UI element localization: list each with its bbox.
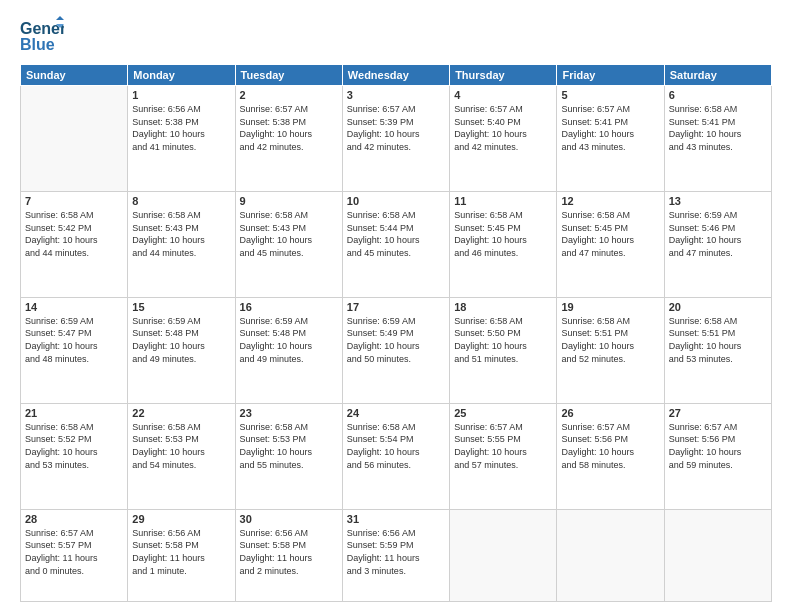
- day-number: 4: [454, 89, 552, 101]
- calendar-cell: 12Sunrise: 6:58 AMSunset: 5:45 PMDayligh…: [557, 191, 664, 297]
- calendar-table: SundayMondayTuesdayWednesdayThursdayFrid…: [20, 64, 772, 602]
- calendar-cell: 17Sunrise: 6:59 AMSunset: 5:49 PMDayligh…: [342, 297, 449, 403]
- calendar-cell: [664, 509, 771, 601]
- calendar-cell: 4Sunrise: 6:57 AMSunset: 5:40 PMDaylight…: [450, 86, 557, 192]
- day-info: Sunrise: 6:59 AMSunset: 5:47 PMDaylight:…: [25, 315, 123, 365]
- day-info: Sunrise: 6:57 AMSunset: 5:41 PMDaylight:…: [561, 103, 659, 153]
- day-number: 23: [240, 407, 338, 419]
- header: General Blue: [20, 16, 772, 54]
- day-number: 30: [240, 513, 338, 525]
- calendar-cell: 27Sunrise: 6:57 AMSunset: 5:56 PMDayligh…: [664, 403, 771, 509]
- day-number: 31: [347, 513, 445, 525]
- col-header-sunday: Sunday: [21, 65, 128, 86]
- day-info: Sunrise: 6:58 AMSunset: 5:43 PMDaylight:…: [132, 209, 230, 259]
- calendar-cell: 29Sunrise: 6:56 AMSunset: 5:58 PMDayligh…: [128, 509, 235, 601]
- col-header-monday: Monday: [128, 65, 235, 86]
- week-row-2: 7Sunrise: 6:58 AMSunset: 5:42 PMDaylight…: [21, 191, 772, 297]
- day-info: Sunrise: 6:58 AMSunset: 5:41 PMDaylight:…: [669, 103, 767, 153]
- col-header-saturday: Saturday: [664, 65, 771, 86]
- calendar-cell: [450, 509, 557, 601]
- day-number: 11: [454, 195, 552, 207]
- calendar-cell: 21Sunrise: 6:58 AMSunset: 5:52 PMDayligh…: [21, 403, 128, 509]
- calendar-cell: 10Sunrise: 6:58 AMSunset: 5:44 PMDayligh…: [342, 191, 449, 297]
- week-row-1: 1Sunrise: 6:56 AMSunset: 5:38 PMDaylight…: [21, 86, 772, 192]
- day-info: Sunrise: 6:57 AMSunset: 5:55 PMDaylight:…: [454, 421, 552, 471]
- svg-text:General: General: [20, 20, 64, 37]
- day-info: Sunrise: 6:58 AMSunset: 5:52 PMDaylight:…: [25, 421, 123, 471]
- calendar-cell: 13Sunrise: 6:59 AMSunset: 5:46 PMDayligh…: [664, 191, 771, 297]
- day-info: Sunrise: 6:59 AMSunset: 5:48 PMDaylight:…: [240, 315, 338, 365]
- day-number: 12: [561, 195, 659, 207]
- calendar-cell: 24Sunrise: 6:58 AMSunset: 5:54 PMDayligh…: [342, 403, 449, 509]
- day-info: Sunrise: 6:58 AMSunset: 5:43 PMDaylight:…: [240, 209, 338, 259]
- day-info: Sunrise: 6:59 AMSunset: 5:48 PMDaylight:…: [132, 315, 230, 365]
- calendar-cell: [21, 86, 128, 192]
- calendar-cell: 26Sunrise: 6:57 AMSunset: 5:56 PMDayligh…: [557, 403, 664, 509]
- day-number: 22: [132, 407, 230, 419]
- day-number: 24: [347, 407, 445, 419]
- day-number: 7: [25, 195, 123, 207]
- calendar-cell: 11Sunrise: 6:58 AMSunset: 5:45 PMDayligh…: [450, 191, 557, 297]
- day-info: Sunrise: 6:58 AMSunset: 5:51 PMDaylight:…: [669, 315, 767, 365]
- week-row-4: 21Sunrise: 6:58 AMSunset: 5:52 PMDayligh…: [21, 403, 772, 509]
- day-info: Sunrise: 6:59 AMSunset: 5:49 PMDaylight:…: [347, 315, 445, 365]
- day-number: 16: [240, 301, 338, 313]
- calendar-cell: 18Sunrise: 6:58 AMSunset: 5:50 PMDayligh…: [450, 297, 557, 403]
- day-number: 2: [240, 89, 338, 101]
- day-info: Sunrise: 6:58 AMSunset: 5:53 PMDaylight:…: [132, 421, 230, 471]
- day-number: 15: [132, 301, 230, 313]
- day-number: 17: [347, 301, 445, 313]
- calendar-cell: 14Sunrise: 6:59 AMSunset: 5:47 PMDayligh…: [21, 297, 128, 403]
- calendar-cell: 7Sunrise: 6:58 AMSunset: 5:42 PMDaylight…: [21, 191, 128, 297]
- col-header-wednesday: Wednesday: [342, 65, 449, 86]
- day-info: Sunrise: 6:58 AMSunset: 5:45 PMDaylight:…: [561, 209, 659, 259]
- calendar-cell: [557, 509, 664, 601]
- day-number: 3: [347, 89, 445, 101]
- day-info: Sunrise: 6:56 AMSunset: 5:58 PMDaylight:…: [240, 527, 338, 577]
- day-number: 21: [25, 407, 123, 419]
- day-number: 13: [669, 195, 767, 207]
- day-number: 6: [669, 89, 767, 101]
- day-number: 26: [561, 407, 659, 419]
- calendar-cell: 2Sunrise: 6:57 AMSunset: 5:38 PMDaylight…: [235, 86, 342, 192]
- col-header-friday: Friday: [557, 65, 664, 86]
- day-number: 1: [132, 89, 230, 101]
- day-info: Sunrise: 6:56 AMSunset: 5:58 PMDaylight:…: [132, 527, 230, 577]
- day-info: Sunrise: 6:58 AMSunset: 5:51 PMDaylight:…: [561, 315, 659, 365]
- day-number: 20: [669, 301, 767, 313]
- calendar-cell: 30Sunrise: 6:56 AMSunset: 5:58 PMDayligh…: [235, 509, 342, 601]
- day-info: Sunrise: 6:56 AMSunset: 5:59 PMDaylight:…: [347, 527, 445, 577]
- day-info: Sunrise: 6:57 AMSunset: 5:39 PMDaylight:…: [347, 103, 445, 153]
- calendar-cell: 1Sunrise: 6:56 AMSunset: 5:38 PMDaylight…: [128, 86, 235, 192]
- svg-text:Blue: Blue: [20, 36, 55, 53]
- calendar-cell: 20Sunrise: 6:58 AMSunset: 5:51 PMDayligh…: [664, 297, 771, 403]
- week-row-5: 28Sunrise: 6:57 AMSunset: 5:57 PMDayligh…: [21, 509, 772, 601]
- svg-marker-2: [56, 16, 64, 20]
- col-header-thursday: Thursday: [450, 65, 557, 86]
- day-info: Sunrise: 6:57 AMSunset: 5:56 PMDaylight:…: [669, 421, 767, 471]
- day-info: Sunrise: 6:56 AMSunset: 5:38 PMDaylight:…: [132, 103, 230, 153]
- logo-icon: General Blue: [20, 16, 64, 54]
- day-number: 27: [669, 407, 767, 419]
- calendar-cell: 3Sunrise: 6:57 AMSunset: 5:39 PMDaylight…: [342, 86, 449, 192]
- day-number: 9: [240, 195, 338, 207]
- day-info: Sunrise: 6:57 AMSunset: 5:56 PMDaylight:…: [561, 421, 659, 471]
- calendar-cell: 8Sunrise: 6:58 AMSunset: 5:43 PMDaylight…: [128, 191, 235, 297]
- day-number: 25: [454, 407, 552, 419]
- calendar-cell: 23Sunrise: 6:58 AMSunset: 5:53 PMDayligh…: [235, 403, 342, 509]
- calendar-cell: 22Sunrise: 6:58 AMSunset: 5:53 PMDayligh…: [128, 403, 235, 509]
- day-number: 29: [132, 513, 230, 525]
- calendar-cell: 5Sunrise: 6:57 AMSunset: 5:41 PMDaylight…: [557, 86, 664, 192]
- calendar-cell: 16Sunrise: 6:59 AMSunset: 5:48 PMDayligh…: [235, 297, 342, 403]
- calendar-cell: 19Sunrise: 6:58 AMSunset: 5:51 PMDayligh…: [557, 297, 664, 403]
- calendar-cell: 31Sunrise: 6:56 AMSunset: 5:59 PMDayligh…: [342, 509, 449, 601]
- day-number: 18: [454, 301, 552, 313]
- calendar-cell: 9Sunrise: 6:58 AMSunset: 5:43 PMDaylight…: [235, 191, 342, 297]
- day-number: 8: [132, 195, 230, 207]
- day-number: 19: [561, 301, 659, 313]
- day-info: Sunrise: 6:59 AMSunset: 5:46 PMDaylight:…: [669, 209, 767, 259]
- week-row-3: 14Sunrise: 6:59 AMSunset: 5:47 PMDayligh…: [21, 297, 772, 403]
- day-info: Sunrise: 6:58 AMSunset: 5:42 PMDaylight:…: [25, 209, 123, 259]
- day-number: 10: [347, 195, 445, 207]
- day-info: Sunrise: 6:57 AMSunset: 5:57 PMDaylight:…: [25, 527, 123, 577]
